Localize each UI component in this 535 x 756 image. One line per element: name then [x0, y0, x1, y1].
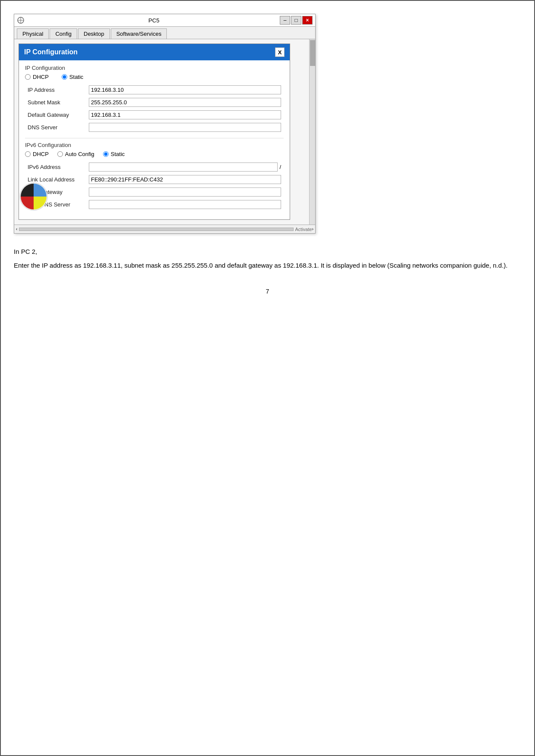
network-icon-area [19, 181, 49, 212]
dns-server-input[interactable] [89, 123, 281, 132]
ipv6-dhcp-label: DHCP [33, 151, 49, 157]
ip-address-cell [85, 84, 284, 96]
window-controls: – □ × [280, 16, 313, 25]
vertical-scrollbar[interactable] [309, 39, 315, 225]
dns-server-row: DNS Server [25, 121, 284, 134]
default-gateway-label: Default Gateway [25, 109, 85, 121]
restore-button[interactable]: □ [291, 16, 301, 25]
ipv6-gateway-input[interactable] [89, 187, 281, 197]
simulator-window: PC5 – □ × Physical Config Desktop Softwa… [14, 14, 316, 234]
scroll-right-button[interactable]: › [312, 227, 313, 231]
ipv6-address-input[interactable] [89, 162, 278, 172]
dhcp-label: DHCP [33, 74, 49, 80]
subnet-mask-row: Subnet Mask [25, 96, 284, 109]
ip-config-header: IP Configuration X [19, 44, 290, 60]
horizontal-scrollbar[interactable] [19, 228, 293, 231]
tab-software-services[interactable]: Software/Services [111, 28, 167, 39]
ipv6-static-radio[interactable] [103, 151, 109, 157]
tab-bar: Physical Config Desktop Software/Service… [14, 27, 315, 39]
dns-server-cell [85, 121, 284, 134]
subnet-mask-cell [85, 96, 284, 109]
tab-config[interactable]: Config [50, 28, 77, 39]
paragraph-1: In PC 2, [14, 247, 521, 257]
form-divider [25, 138, 284, 138]
ip-section-label: IP Configuration [25, 65, 284, 71]
ipv6-dns-server-input[interactable] [89, 200, 281, 209]
default-gateway-row: Default Gateway [25, 109, 284, 121]
ip-config-title: IP Configuration [24, 48, 78, 56]
ipv6-dns-server-cell [85, 198, 284, 211]
link-local-address-input[interactable] [89, 175, 281, 184]
ip-address-row: IP Address [25, 84, 284, 96]
ipv6-gateway-row: IPv6 Gateway [25, 186, 284, 198]
paragraph-2: Enter the IP address as 192.168.3.11, su… [14, 260, 521, 271]
sim-content-area: IP Configuration X IP Configuration DHCP [14, 39, 315, 225]
minimize-button[interactable]: – [280, 16, 290, 25]
dhcp-radio-label[interactable]: DHCP [25, 74, 49, 80]
static-radio-label[interactable]: Static [62, 74, 84, 80]
ipv6-dns-server-row: IPv6 DNS Server [25, 198, 284, 211]
ip-config-dialog: IP Configuration X IP Configuration DHCP [19, 44, 290, 220]
ip-mode-radio-row: DHCP Static [25, 74, 284, 80]
scroll-left-button[interactable]: ‹ [16, 227, 17, 231]
ipv6-static-label: Static [111, 151, 125, 157]
close-window-button[interactable]: × [302, 16, 313, 25]
window-title: PC5 [28, 17, 280, 24]
scrollbar-thumb[interactable] [310, 40, 315, 66]
link-local-address-cell [85, 173, 284, 186]
ipv6-dhcp-radio-label[interactable]: DHCP [25, 151, 49, 157]
ip-address-input[interactable] [89, 85, 281, 94]
subnet-mask-input[interactable] [89, 98, 281, 107]
default-gateway-input[interactable] [89, 110, 281, 119]
ip-address-label: IP Address [25, 84, 85, 96]
ipv6-autoconfig-radio[interactable] [57, 151, 63, 157]
network-device-icon [19, 181, 49, 212]
ipv6-section-label: IPv6 Configuration [25, 142, 284, 148]
ipv6-mode-radio-row: DHCP Auto Config Static [25, 151, 284, 157]
ipv6-address-cell: / [85, 161, 284, 173]
ipv6-autoconfig-label: Auto Config [65, 151, 94, 157]
ip-config-body: IP Configuration DHCP Static [19, 60, 290, 219]
ipv6-prefix-slash: / [279, 164, 281, 170]
subnet-mask-label: Subnet Mask [25, 96, 85, 109]
page: PC5 – □ × Physical Config Desktop Softwa… [14, 14, 521, 742]
ipv4-form-table: IP Address Subnet Mask Def [25, 84, 284, 134]
text-content-area: In PC 2, Enter the IP address as 192.168… [14, 247, 521, 271]
ipv6-dhcp-radio[interactable] [25, 151, 31, 157]
bottom-bar: ‹ Activate › [14, 225, 315, 233]
ipv6-gateway-cell [85, 186, 284, 198]
tab-desktop[interactable]: Desktop [78, 28, 110, 39]
ipv6-static-radio-label[interactable]: Static [103, 151, 125, 157]
ipv6-address-row: IPv6 Address / [25, 161, 284, 173]
static-label: Static [69, 74, 84, 80]
link-local-address-row: Link Local Address [25, 173, 284, 186]
dns-server-label: DNS Server [25, 121, 85, 134]
dhcp-radio[interactable] [25, 74, 31, 80]
ipv6-autoconfig-radio-label[interactable]: Auto Config [57, 151, 94, 157]
ipv6-form-table: IPv6 Address / Link Local Address [25, 161, 284, 211]
tab-physical[interactable]: Physical [17, 28, 49, 39]
window-icon [17, 16, 25, 24]
title-bar: PC5 – □ × [14, 14, 315, 27]
ip-config-close-button[interactable]: X [275, 47, 285, 57]
static-radio[interactable] [62, 74, 67, 80]
default-gateway-cell [85, 109, 284, 121]
ipv6-address-label: IPv6 Address [25, 161, 85, 173]
activate-label: Activate [295, 227, 312, 232]
page-number: 7 [14, 288, 521, 295]
